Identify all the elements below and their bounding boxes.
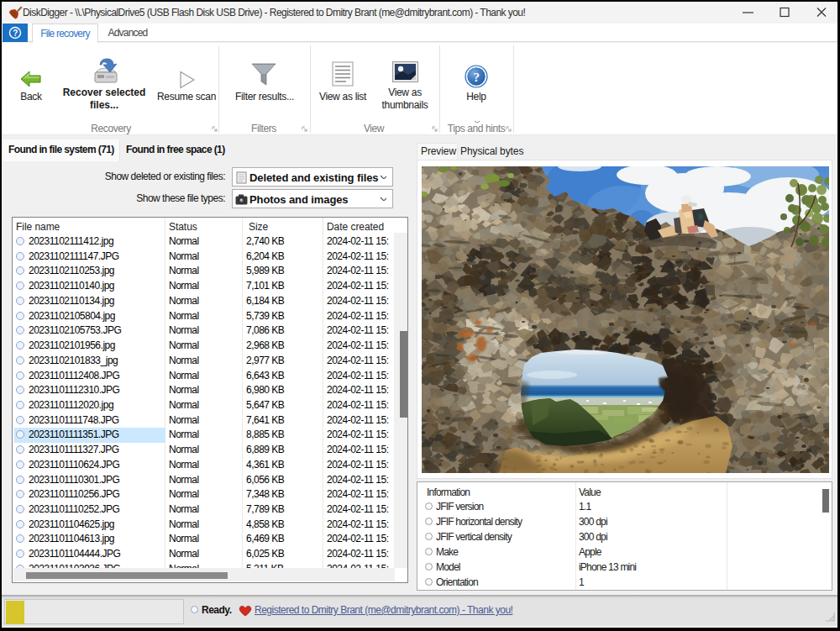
svg-text:?: ? bbox=[474, 71, 480, 84]
svg-text:?: ? bbox=[13, 29, 18, 38]
